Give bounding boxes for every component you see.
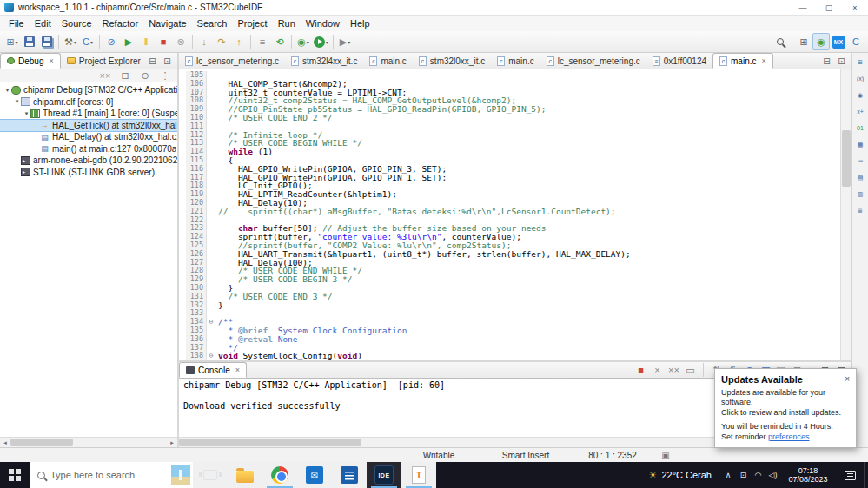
variables-view-button[interactable]: (x) [853,72,867,84]
editor-tab[interactable]: ≡0x1ff00124 [646,53,712,69]
code-line[interactable]: 129 /* USER CODE BEGIN 3 */ [179,275,840,284]
view-tab-debug[interactable]: Debug× [0,53,61,69]
step-return-button[interactable]: ↑ [230,33,248,50]
view-menu-button[interactable]: ⋮ [156,67,174,84]
debug-tree-item[interactable]: main() at main.c:127 0x800070a [0,143,177,155]
editor-tab[interactable]: cmain.c [363,53,412,69]
scrollbar-thumb[interactable] [10,439,73,446]
code-line[interactable]: 111 [179,122,840,131]
code-line[interactable]: 136 * @retval None [179,335,840,344]
menu-navigate[interactable]: Navigate [143,16,191,31]
show-desktop-button[interactable] [864,462,868,488]
stm32cubeide-button[interactable]: IDE [367,462,401,488]
debug-tree-item[interactable]: ▾chipamr.elf [cores: 0] [0,96,177,109]
action-center-button[interactable] [836,462,864,488]
disconnect-button[interactable]: ⊗ [172,33,189,50]
disassembly-view-button[interactable]: ≣ [853,204,867,216]
chrome-button[interactable] [262,462,297,488]
maximize-view-icon[interactable]: ⊡ [161,56,174,66]
code-line[interactable]: 120 HAL_Delay(10); [179,199,840,208]
debug-tree-item[interactable]: HAL_GetTick() at stm32l0xx_hal.c:30 [0,120,177,132]
code-line[interactable]: 131 /* USER CODE END 3 */ [179,293,840,301]
memory-view-button[interactable]: ▥ [853,188,867,200]
menu-help[interactable]: Help [345,16,375,31]
code-line[interactable]: 117 HAL_GPIO_WritePin(GPIOA, GPIO_PIN_1,… [179,174,840,182]
restore-views-view-button[interactable]: ⊞ [853,56,867,68]
annotation-ruler[interactable] [179,139,186,148]
editor-tab[interactable]: cmain.c [491,53,540,69]
code-line[interactable]: 113 /* USER CODE BEGIN WHILE */ [179,139,840,148]
annotation-ruler[interactable] [179,181,186,190]
debug-tree-item[interactable]: ▾chipamr Debug [STM32 C/C++ Application] [0,84,177,96]
annotation-ruler[interactable] [179,165,186,174]
search-button[interactable] [772,33,789,50]
breakpoints-view-button[interactable]: ◉ [853,89,867,101]
expander-icon[interactable]: ▾ [13,98,21,105]
annotation-ruler[interactable] [179,71,186,80]
annotation-ruler[interactable] [179,224,186,233]
debug-button[interactable]: ◉▾ [295,33,312,50]
code-line[interactable]: 127 HAL_Delay(100); [179,259,840,267]
open-perspective-button[interactable]: ⊞ [795,33,812,50]
clear-console-button[interactable]: ▭ [684,366,697,375]
registers-view-button[interactable]: 01 [853,122,867,134]
code-line[interactable]: 114 while (1) [179,148,840,156]
annotation-ruler[interactable] [179,318,186,326]
annotation-ruler[interactable] [179,344,186,353]
console-tab-console[interactable]: Console× [179,362,247,378]
code-line[interactable]: 110 /* USER CODE END 2 */ [179,114,840,122]
annotation-ruler[interactable] [179,250,186,259]
code-line[interactable]: 132} [179,301,840,310]
terminate-button[interactable]: ■ [155,33,172,50]
minimize-editor-icon[interactable]: ⊟ [820,56,833,66]
fold-toggle-icon[interactable]: ⊖ [207,318,215,326]
menu-edit[interactable]: Edit [30,16,56,31]
maximize-editor-icon[interactable]: ⊡ [835,56,848,66]
annotation-ruler[interactable] [179,174,186,182]
scroll-right-icon[interactable] [167,439,177,446]
code-line[interactable]: 107 uint32_t counterValue = LPTIM1->CNT; [179,89,840,97]
expander-icon[interactable]: ▾ [3,87,11,94]
debug-perspective-button[interactable]: ◉ [812,33,830,50]
start-button[interactable] [0,462,30,488]
tray-expand-icon[interactable]: ∧ [720,462,736,488]
code-line[interactable]: 128 /* USER CODE END WHILE */ [179,267,840,275]
annotation-ruler[interactable] [179,89,186,97]
annotation-ruler[interactable] [179,267,186,275]
debug-tree[interactable]: ▾chipamr Debug [STM32 C/C++ Application]… [0,82,177,437]
remove-launch-button[interactable]: × [651,366,664,375]
code-lines[interactable]: 105106 HAL_COMP_Start(&hcomp2);107 uint3… [179,69,840,360]
code-line[interactable]: 134⊖/** [179,318,840,326]
debug-tree-item[interactable]: arm-none-eabi-gdb (10.2.90.20210621) [0,155,177,167]
editor-tab[interactable]: clc_sensor_metering.c [179,53,285,69]
mail-button[interactable]: ✉ [297,462,332,488]
annotation-ruler[interactable] [179,259,186,267]
annotation-ruler[interactable] [179,275,186,284]
code-line[interactable]: 122 [179,216,840,225]
close-button[interactable]: × [842,0,868,15]
code-line[interactable]: 105 [179,71,840,80]
code-editor[interactable]: 105106 HAL_COMP_Start(&hcomp2);107 uint3… [179,69,851,360]
code-line[interactable]: 109 //GPIO_PinState pb5Status = HAL_GPIO… [179,105,840,114]
code-line[interactable]: 130 } [179,284,840,293]
code-line[interactable]: 119 HAL_LPTIM_ReadCounter(&hlptim1); [179,190,840,199]
volume-icon[interactable]: ◁) [765,472,780,479]
code-line[interactable]: 121// sprintf((char*) aMsgBuffer, "Batas… [179,208,840,216]
debug-tree-item[interactable]: ST-LINK (ST-LINK GDB server) [0,167,177,179]
menu-refactor[interactable]: Refactor [97,16,144,31]
modules-view-button[interactable]: ▤ [853,171,867,183]
code-line[interactable]: 124 sprintf(buffer, "counter value: %3lu… [179,233,840,241]
menu-search[interactable]: Search [192,16,233,31]
code-line[interactable]: 133 [179,309,840,318]
editor-tab[interactable]: cmain.c× [712,53,773,69]
display-icon[interactable]: ⊡ [736,472,751,479]
remove-all-launches-button[interactable]: ×× [667,366,680,375]
code-line[interactable]: 118 LC_Init_GPIO(); [179,181,840,190]
editor-tab[interactable]: cstm32l0xx_it.c [413,53,491,69]
close-tab-icon[interactable]: × [49,56,53,65]
remove-all-terminated-button[interactable]: ×× [96,67,114,84]
menu-file[interactable]: File [3,16,30,31]
annotation-ruler[interactable] [179,122,186,131]
annotation-ruler[interactable] [179,199,186,208]
code-line[interactable]: 106 HAL_COMP_Start(&hcomp2); [179,80,840,89]
